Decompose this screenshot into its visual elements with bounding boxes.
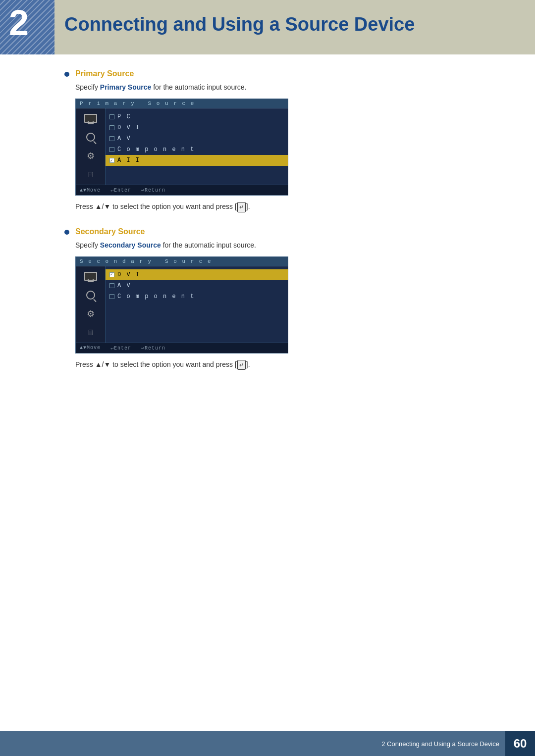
menu-item-pc: P C (106, 111, 288, 122)
page-number: 60 (505, 731, 535, 756)
primary-source-menu: P r i m a r y S o u r c e ⚙ 🖥 (75, 99, 288, 196)
checkbox-component-2 (109, 294, 114, 299)
display-icon: 🖥 (83, 169, 98, 181)
checkbox-dvi-2: ✓ (109, 272, 114, 277)
primary-source-footer: ▲▼Move ↵Enter ↩Return (76, 185, 288, 195)
footer-move: ▲▼Move (80, 187, 101, 193)
menu-item-av: A V (106, 133, 288, 144)
footer-enter: ↵Enter (110, 187, 131, 193)
menu-item-av-label: A V (117, 135, 131, 142)
main-content: Primary Source Specify Primary Source fo… (64, 69, 505, 385)
secondary-source-instruction: Press ▲/▼ to select the option you want … (75, 359, 505, 370)
secondary-menu-item-dvi: ✓ D V I (106, 269, 288, 280)
monitor-icon (83, 112, 98, 124)
gear-icon-2: ⚙ (83, 308, 98, 320)
footer-enter-2: ↵Enter (110, 345, 131, 351)
footer-return: ↩Return (141, 187, 165, 193)
menu-item-all: ✓ A I I (106, 155, 288, 166)
menu-item-pc-label: P C (117, 113, 131, 120)
primary-source-menu-content: ⚙ 🖥 P C D V I (76, 108, 288, 185)
secondary-source-items: ✓ D V I A V C o m p o n e n t (106, 266, 288, 343)
chapter-number: 2 (9, 5, 29, 41)
gear-icon: ⚙ (83, 150, 98, 162)
secondary-menu-item-dvi-label: D V I (117, 271, 140, 278)
secondary-menu-item-component-label: C o m p o n e n t (117, 293, 195, 300)
bullet-dot (64, 72, 69, 77)
menu-item-dvi: D V I (106, 122, 288, 133)
magnifier-icon (83, 131, 98, 143)
primary-source-header: Primary Source (64, 69, 505, 78)
chapter-title: Connecting and Using a Source Device (64, 14, 415, 35)
primary-source-items: P C D V I A V C o m p o n e n t (106, 108, 288, 185)
secondary-source-menu: S e c o n d a r y S o u r c e ⚙ 🖥 (75, 256, 288, 353)
primary-source-menu-title: P r i m a r y S o u r c e (76, 99, 288, 108)
secondary-source-title: Secondary Source (75, 227, 145, 236)
secondary-source-footer: ▲▼Move ↵Enter ↩Return (76, 343, 288, 353)
secondary-menu-item-av-label: A V (117, 282, 131, 289)
footer-chapter-text: 2 Connecting and Using a Source Device (381, 740, 505, 748)
checkbox-dvi (109, 125, 114, 130)
primary-source-desc-bold: Primary Source (100, 83, 152, 91)
magnifier-icon-2 (83, 289, 98, 301)
menu-item-dvi-label: D V I (117, 124, 140, 131)
primary-source-instruction: Press ▲/▼ to select the option you want … (75, 202, 505, 212)
menu-item-all-label: A I I (117, 157, 140, 164)
bullet-dot-2 (64, 230, 69, 235)
secondary-source-menu-content: ⚙ 🖥 ✓ D V I A V (76, 266, 288, 343)
monitor-icon-2 (83, 270, 98, 282)
secondary-source-desc-bold: Secondary Source (100, 241, 161, 249)
enter-key-2: ↵ (237, 360, 246, 370)
checkbox-av (109, 136, 114, 141)
checkbox-av-2 (109, 283, 114, 288)
primary-source-sidebar: ⚙ 🖥 (76, 108, 106, 185)
primary-source-desc: Specify Primary Source for the automatic… (75, 82, 505, 93)
secondary-source-sidebar: ⚙ 🖥 (76, 266, 106, 343)
primary-source-section: Primary Source Specify Primary Source fo… (64, 69, 505, 212)
checkbox-all: ✓ (109, 158, 114, 163)
primary-source-title: Primary Source (75, 69, 134, 78)
footer-return-2: ↩Return (141, 345, 165, 351)
secondary-source-header: Secondary Source (64, 227, 505, 236)
menu-item-component-label: C o m p o n e n t (117, 146, 195, 153)
secondary-menu-item-av: A V (106, 280, 288, 291)
secondary-menu-item-component: C o m p o n e n t (106, 291, 288, 302)
secondary-source-section: Secondary Source Specify Secondary Sourc… (64, 227, 505, 370)
menu-item-component: C o m p o n e n t (106, 144, 288, 155)
secondary-source-menu-title: S e c o n d a r y S o u r c e (76, 257, 288, 266)
display-icon-2: 🖥 (83, 327, 98, 339)
page-footer: 2 Connecting and Using a Source Device 6… (0, 731, 535, 756)
secondary-source-desc: Specify Secondary Source for the automat… (75, 240, 505, 251)
enter-key: ↵ (237, 202, 246, 212)
checkbox-pc (109, 114, 114, 119)
footer-move-2: ▲▼Move (80, 345, 101, 351)
checkbox-component (109, 147, 114, 152)
